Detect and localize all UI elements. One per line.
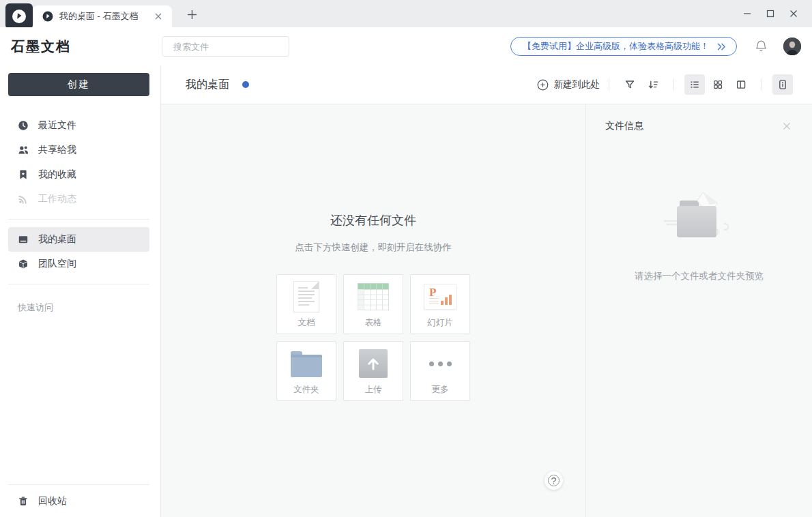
maximize-icon [766,10,774,18]
app-body: 创建 最近文件 共享给我 [0,65,812,517]
sidebar-item-activity[interactable]: 工作动态 [0,187,160,211]
main-column: 我的桌面 新建到此处 [161,65,812,517]
more-tile[interactable]: 更多 [410,341,470,401]
more-dots-icon [429,346,452,381]
sidebar-item-label: 我的桌面 [38,233,76,246]
tab-strip: 我的桌面 - 石墨文档 [0,0,812,27]
filter-icon [624,79,635,90]
column-view-button[interactable] [731,74,751,95]
tile-label: 文件夹 [293,384,319,396]
page-title: 我的桌面 [186,78,229,92]
grid-view-button[interactable] [708,74,728,95]
folder-icon [291,346,322,381]
sidebar-item-label: 最近文件 [38,119,76,132]
desktop-icon [18,234,29,245]
bookmark-icon [18,169,29,180]
window-minimize-button[interactable] [736,0,759,27]
file-info-toggle-button[interactable] [772,74,793,95]
list-view-button[interactable] [684,74,705,95]
sidebar-item-label: 工作动态 [38,193,76,205]
toolbar-separator [673,78,674,91]
tab-close-icon[interactable] [153,11,164,22]
file-info-placeholder: 请选择一个文件或者文件夹预览 [635,270,764,282]
file-info-title: 文件信息 [605,120,643,132]
promo-banner[interactable]: 【免费试用】企业高级版，体验表格高级功能！ [510,37,737,56]
close-icon [789,10,798,18]
empty-state-title: 还没有任何文件 [330,212,416,228]
quick-create-grid: 文档 [276,274,470,401]
user-avatar[interactable] [783,38,801,55]
create-slides-tile[interactable]: P 幻灯片 [410,274,470,334]
tile-label: 更多 [432,384,449,396]
grid-view-icon [712,79,723,90]
sort-button[interactable] [643,74,663,95]
list-view-icon [689,79,700,90]
sidebar-spacer [0,314,160,477]
shimo-tab-logo-icon [42,11,53,22]
help-button[interactable]: ? [545,471,563,490]
sort-icon [648,79,659,90]
sidebar-item-recent-files[interactable]: 最近文件 [0,113,160,138]
trash-icon [18,496,29,507]
plus-circle-icon [537,79,549,91]
file-list-area: 还没有任何文件 点击下方快速创建，即刻开启在线协作 [161,104,585,517]
people-icon [18,145,29,156]
question-mark-icon: ? [548,475,560,486]
search-box[interactable] [162,36,289,57]
new-here-button[interactable]: 新建到此处 [537,78,600,91]
toolbar-actions: 新建到此处 [537,74,795,95]
clock-icon [18,120,29,131]
window-close-button[interactable] [782,0,805,27]
file-info-icon [777,79,788,90]
tile-label: 上传 [365,384,382,396]
file-info-panel: 文件信息 [585,104,812,517]
tile-label: 文档 [298,317,315,329]
create-folder-tile[interactable]: 文件夹 [276,341,336,401]
upload-tile[interactable]: 上传 [343,341,403,401]
app-window: 我的桌面 - 石墨文档 石墨文档 [0,0,812,517]
app-header: 石墨文档 【免费试用】企业高级版，体验表格高级功能！ [0,27,812,65]
spreadsheet-icon [358,280,389,314]
sidebar-nav: 最近文件 共享给我 我的收藏 [0,113,160,211]
plus-icon [187,10,197,20]
create-spreadsheet-tile[interactable]: 表格 [343,274,403,334]
search-input[interactable] [173,42,293,52]
sidebar-item-label: 团队空间 [38,258,76,270]
browser-tab[interactable]: 我的桌面 - 石墨文档 [33,5,172,27]
rss-icon [18,194,29,205]
double-chevron-right-icon [717,43,726,50]
create-button[interactable]: 创建 [8,73,149,96]
header-right: 【免费试用】企业高级版，体验表格高级功能！ [510,27,801,65]
promo-text: 【免费试用】企业高级版，体验表格高级功能！ [523,40,709,53]
shimo-logo-icon [11,8,27,25]
create-document-tile[interactable]: 文档 [276,274,336,334]
tile-label: 幻灯片 [427,317,453,329]
sidebar-item-my-desktop[interactable]: 我的桌面 [8,227,149,252]
brand-logo: 石墨文档 [11,38,71,56]
status-dot [242,81,249,88]
tile-label: 表格 [365,317,382,329]
sidebar-item-label: 我的收藏 [38,168,76,181]
minimize-icon [743,10,751,18]
sidebar-divider [8,284,149,284]
panel-close-icon[interactable] [782,121,792,131]
sidebar: 创建 最近文件 共享给我 [0,65,161,517]
sidebar-item-favorites[interactable]: 我的收藏 [0,162,160,187]
notifications-button[interactable] [753,40,768,53]
sidebar-item-trash[interactable]: 回收站 [0,485,160,517]
filter-button[interactable] [620,74,640,95]
sidebar-item-shared-with-me[interactable]: 共享给我 [0,138,160,162]
window-maximize-button[interactable] [759,0,782,27]
main-toolbar: 我的桌面 新建到此处 [161,65,812,104]
new-tab-button[interactable] [183,6,201,23]
empty-state-subtitle: 点击下方快速创建，即刻开启在线协作 [295,241,452,254]
empty-folder-illustration [662,190,737,254]
file-info-header: 文件信息 [586,104,812,132]
app-logo-button[interactable] [5,3,33,29]
column-view-icon [736,79,746,90]
window-controls [736,0,805,27]
avatar-image [783,38,801,55]
sidebar-item-team-space[interactable]: 团队空间 [0,252,160,276]
tab-title: 我的桌面 - 石墨文档 [59,10,153,23]
new-here-label: 新建到此处 [554,78,600,91]
